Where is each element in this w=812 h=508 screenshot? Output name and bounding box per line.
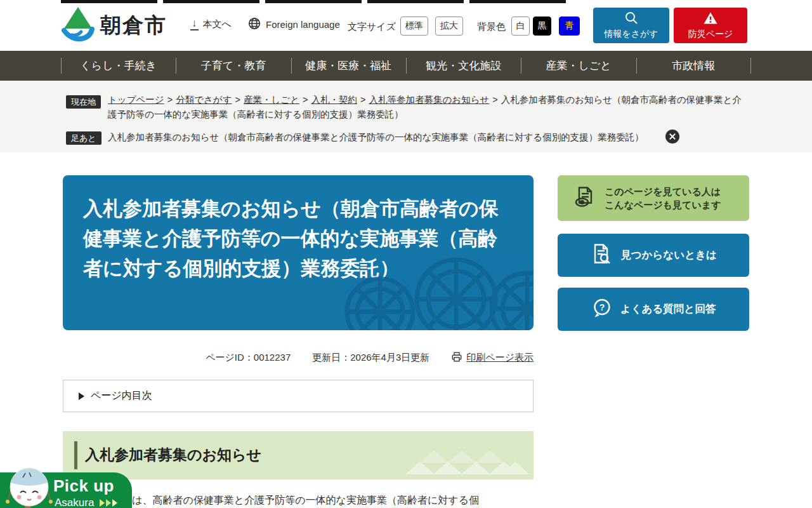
- nav-item-sangyo[interactable]: 産業・しごと: [521, 51, 636, 81]
- current-location-badge: 現在地: [66, 95, 101, 109]
- faq-label: よくある質問と回答: [620, 302, 716, 316]
- not-found-label: 見つからないときは: [620, 248, 717, 262]
- water-wheels-decoration-icon: [323, 251, 534, 330]
- breadcrumb-link-sangyo[interactable]: 産業・しごと: [244, 95, 299, 105]
- nav-item-kanko[interactable]: 観光・文化施設: [406, 51, 521, 81]
- site-search-button[interactable]: 情報をさがす: [593, 8, 669, 43]
- not-found-help-button[interactable]: 見つからないときは: [558, 234, 749, 277]
- globe-icon: [247, 17, 261, 32]
- bg-black-button[interactable]: 黒: [533, 17, 551, 36]
- down-arrow-icon: ↓: [190, 18, 199, 30]
- svg-text:?: ?: [599, 302, 605, 312]
- font-large-button[interactable]: 拡大: [435, 17, 463, 36]
- asakura-logo-icon: [61, 6, 95, 45]
- breadcrumb-separator: >: [167, 95, 173, 105]
- global-nav: くらし・手続き 子育て・教育 健康・医療・福祉 観光・文化施設 産業・しごと 市…: [0, 51, 812, 81]
- section-heading: 入札参加者募集のお知らせ: [85, 445, 261, 465]
- foreign-language-link[interactable]: Foreign language: [247, 17, 340, 32]
- footprint-badge: 足あと: [66, 131, 102, 145]
- toc-arrow-icon: [79, 392, 84, 400]
- site-header: 朝倉市 ↓ 本文へ Foreign language 文字サイズ 標準 拡大 背…: [0, 0, 812, 51]
- nav-item-shisei[interactable]: 市政情報: [636, 51, 751, 81]
- footprint-page-title: 入札参加者募集のお知らせ（朝倉市高齢者の保健事業と介護予防等の一体的な実施事業（…: [108, 131, 653, 144]
- warning-triangle-icon: [703, 11, 718, 27]
- body-paragraph: は、高齢者の保健事業と介護予防等の一体的な実施事業（高齢者に対する個: [132, 493, 538, 508]
- font-standard-button[interactable]: 標準: [400, 17, 428, 36]
- breadcrumb-link-nyusatsu[interactable]: 入札・契約: [311, 95, 358, 105]
- breadcrumb-link-boshu[interactable]: 入札等参加者募集のお知らせ: [369, 95, 489, 105]
- document-magnifier-icon: [590, 243, 613, 268]
- bg-white-button[interactable]: 白: [511, 17, 530, 36]
- pickup-arrows-icon: [100, 499, 117, 507]
- breadcrumb-separator: >: [360, 95, 365, 105]
- bg-color-label: 背景色: [477, 21, 506, 33]
- top-decorative-bar: [61, 0, 569, 3]
- heading-accent-bar: [74, 441, 77, 469]
- pickup-subtitle: Asakura: [55, 497, 94, 508]
- related-pages-line2: こんなページも見ています: [605, 199, 721, 210]
- skip-to-content-link[interactable]: ↓ 本文へ: [190, 18, 232, 30]
- toc-label: ページ内目次: [91, 389, 152, 403]
- breadcrumb-separator: >: [303, 95, 308, 105]
- updated-date: 更新日：2026年4月3日更新: [312, 352, 429, 364]
- asakura-mascot-icon: [4, 464, 55, 508]
- related-pages-button[interactable]: このページを見ている人は こんなページも見ています: [558, 175, 749, 221]
- page-id: ページID：0012237: [206, 352, 291, 364]
- print-page-link[interactable]: 印刷ページ表示: [451, 351, 534, 364]
- nav-item-kurashi[interactable]: くらし・手続き: [61, 51, 176, 81]
- site-logo[interactable]: 朝倉市: [61, 5, 167, 46]
- nav-item-kenko[interactable]: 健康・医療・福祉: [291, 51, 406, 81]
- related-pages-line1: このページを見ている人は: [605, 186, 721, 197]
- breadcrumb-link-top[interactable]: トップページ: [108, 95, 164, 105]
- breadcrumb-link-bunrui[interactable]: 分類でさがす: [176, 95, 232, 105]
- printer-icon: [451, 351, 462, 364]
- question-bubble-icon: ?: [591, 297, 613, 321]
- magnifier-icon: [624, 11, 638, 27]
- footprint-close-icon[interactable]: [665, 130, 679, 144]
- breadcrumb: トップページ>分類でさがす>産業・しごと>入札・契約>入札等参加者募集のお知らせ…: [108, 93, 750, 122]
- bg-blue-button[interactable]: 青: [559, 17, 580, 36]
- pickup-title: Pick up: [53, 476, 114, 496]
- site-name: 朝倉市: [100, 11, 167, 40]
- section-heading-band: 入札参加者募集のお知らせ: [63, 431, 534, 479]
- mountain-triangles-icon: [405, 446, 530, 477]
- page-title-panel: 入札参加者募集のお知らせ（朝倉市高齢者の保健事業と介護予防等の一体的な実施事業（…: [63, 175, 534, 330]
- document-eye-icon: [573, 185, 597, 211]
- page-toc-accordion[interactable]: ページ内目次: [63, 380, 534, 412]
- breadcrumb-separator: >: [492, 95, 497, 105]
- nav-item-kosodate[interactable]: 子育て・教育: [176, 51, 291, 81]
- breadcrumb-strip: 現在地 トップページ>分類でさがす>産業・しごと>入札・契約>入札等参加者募集の…: [0, 81, 812, 152]
- page-meta: ページID：0012237 更新日：2026年4月3日更新 印刷ページ表示: [63, 351, 534, 364]
- breadcrumb-separator: >: [235, 95, 240, 105]
- pickup-asakura-badge[interactable]: Pick up Asakura: [0, 472, 132, 508]
- page: 朝倉市 ↓ 本文へ Foreign language 文字サイズ 標準 拡大 背…: [0, 0, 812, 508]
- font-size-label: 文字サイズ: [348, 21, 396, 33]
- faq-button[interactable]: ? よくある質問と回答: [558, 288, 749, 331]
- emergency-page-button[interactable]: 防災ページ: [674, 8, 747, 43]
